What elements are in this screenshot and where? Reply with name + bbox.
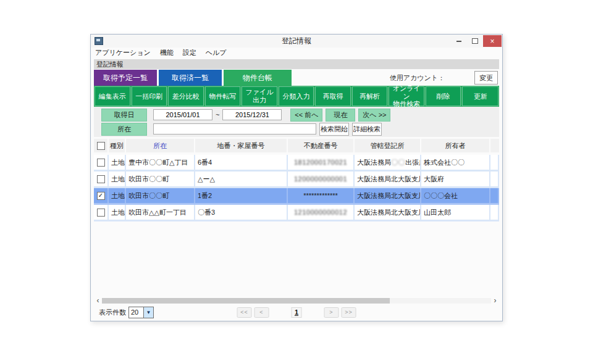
app-window: 登記情報 × アプリケーション 機能 設定 ヘルプ 登記情報 取得予定一覧 取得… <box>90 34 503 321</box>
date-to-input[interactable] <box>222 109 282 120</box>
cell-property-number: ************* <box>288 188 355 203</box>
cell-extra <box>490 205 499 220</box>
account-area: 使用アカウント： 変更 <box>390 70 499 86</box>
col-header-type[interactable]: 種別 <box>109 139 126 152</box>
page-size-select[interactable]: 20 ▼ <box>128 307 154 318</box>
current-page[interactable]: 1 <box>292 307 302 318</box>
display-count-label: 表示件数 <box>99 308 126 317</box>
bottom-bar: 表示件数 20 ▼ << < 1 > >> <box>94 305 499 320</box>
prev-period-button[interactable]: << 前へ <box>290 109 322 122</box>
last-page-button[interactable]: >> <box>342 307 356 318</box>
cell-lot-number: 1番2 <box>195 188 288 203</box>
scrollbar-track[interactable] <box>102 298 491 304</box>
location-button[interactable]: 所在 <box>101 123 147 136</box>
desktop: 登記情報 × アプリケーション 機能 設定 ヘルプ 登記情報 取得予定一覧 取得… <box>0 0 593 364</box>
cell-property-number: 1812000170021 <box>288 155 355 170</box>
first-page-button[interactable]: << <box>237 307 252 318</box>
title-bar[interactable]: 登記情報 × <box>91 35 502 48</box>
batch-print-button[interactable]: 一括印刷 <box>132 86 167 106</box>
menu-bar: アプリケーション 機能 設定 ヘルプ <box>91 48 502 58</box>
menu-application[interactable]: アプリケーション <box>95 48 151 57</box>
tab-planned-list[interactable]: 取得予定一覧 <box>94 70 157 86</box>
next-page-button[interactable]: > <box>324 307 339 318</box>
close-icon: × <box>490 37 494 46</box>
table-row[interactable]: 土地 吹田市△△町一丁目 〇番3 1210000000012 大阪法務局北大阪支… <box>94 205 499 221</box>
cell-owner: 大阪府 <box>421 172 490 186</box>
row-checkbox[interactable] <box>97 209 105 217</box>
section-title: 登記情報 <box>94 59 499 69</box>
property-copy-button[interactable]: 物件転写 <box>205 86 241 106</box>
detail-search-button[interactable]: 詳細検索 <box>352 123 382 136</box>
change-account-button[interactable]: 変更 <box>474 71 498 85</box>
select-all-cell <box>94 139 109 152</box>
pagination: << < 1 > >> <box>237 307 356 318</box>
date-range-separator: ~ <box>216 111 219 118</box>
acquired-date-row: 取得日 ~ << 前へ 現在 次へ >> <box>95 109 498 121</box>
col-header-property-number[interactable]: 不動産番号 <box>288 139 355 152</box>
update-button[interactable]: 更新 <box>462 86 498 106</box>
cell-extra <box>490 155 499 170</box>
reanalyze-button[interactable]: 再解析 <box>352 86 388 106</box>
minimize-button[interactable] <box>451 36 467 47</box>
date-from-input[interactable] <box>153 109 212 120</box>
current-period-button[interactable]: 現在 <box>326 109 355 122</box>
property-table: 種別 所在 地番・家屋番号 不動産番号 管轄登記所 所有者 土地 豊中市〇〇町△… <box>94 139 499 221</box>
delete-button[interactable]: 削除 <box>426 86 461 106</box>
cell-lot-number: 6番4 <box>195 155 288 170</box>
col-header-extra <box>490 139 499 152</box>
edit-view-button[interactable]: 編集表示 <box>95 86 130 106</box>
filter-area: 取得日 ~ << 前へ 現在 次へ >> 所在 検索開始 詳細検索 <box>94 107 499 137</box>
menu-help[interactable]: ヘルプ <box>206 48 227 57</box>
cell-location: 吹田市△△町一丁目 <box>126 205 195 220</box>
col-header-owner[interactable]: 所有者 <box>421 139 490 152</box>
acquired-date-button[interactable]: 取得日 <box>101 109 147 122</box>
row-checkbox[interactable] <box>97 175 105 183</box>
scrollbar-thumb[interactable] <box>102 298 390 304</box>
search-start-button[interactable]: 検索開始 <box>319 123 349 136</box>
menu-settings[interactable]: 設定 <box>183 48 196 57</box>
table-row[interactable]: 土地 豊中市〇〇町△丁目 6番4 1812000170021 大阪法務局〇〇出張… <box>94 155 499 172</box>
online-property-search-button[interactable]: オンライン 物件検索 <box>389 86 424 106</box>
col-header-lot-number[interactable]: 地番・家屋番号 <box>195 139 288 152</box>
category-input-button[interactable]: 分類入力 <box>279 86 314 106</box>
menu-function[interactable]: 機能 <box>160 48 174 57</box>
next-period-button[interactable]: 次へ >> <box>358 109 390 122</box>
close-button[interactable]: × <box>483 35 502 47</box>
table-body: 土地 豊中市〇〇町△丁目 6番4 1812000170021 大阪法務局〇〇出張… <box>94 155 499 221</box>
cell-type: 土地 <box>109 205 126 220</box>
maximize-icon <box>472 38 478 44</box>
cell-extra <box>490 188 499 203</box>
col-header-registry-office[interactable]: 管轄登記所 <box>355 139 421 152</box>
scroll-left-icon[interactable]: ‹ <box>94 297 102 305</box>
cell-type: 土地 <box>109 172 126 186</box>
table-row[interactable]: 土地 吹田市〇〇町 △ー△ 1200000000001 大阪法務局北大阪支局 大… <box>94 172 499 188</box>
row-checkbox[interactable]: ✓ <box>97 192 105 200</box>
h-scrollbar[interactable]: ‹ › <box>94 297 499 305</box>
row-checkbox-cell: ✓ <box>94 188 109 203</box>
select-all-checkbox[interactable] <box>97 142 105 150</box>
cell-owner: 株式会社〇〇 <box>421 155 490 170</box>
maximize-button[interactable] <box>467 36 483 47</box>
prev-page-button[interactable]: < <box>254 307 269 318</box>
tab-acquired-list[interactable]: 取得済一覧 <box>159 70 222 86</box>
file-output-button[interactable]: ファイル 出力 <box>242 86 277 106</box>
col-header-location[interactable]: 所在 <box>126 139 195 152</box>
table-row[interactable]: ✓ 土地 吹田市〇〇町 1番2 ************* 大阪法務局北大阪支局… <box>94 188 499 205</box>
cell-property-number: 1210000000012 <box>288 205 355 220</box>
toolbar: 編集表示 一括印刷 差分比較 物件転写 ファイル 出力 分類入力 再取得 再解析… <box>94 86 499 107</box>
main-content: 登記情報 取得予定一覧 取得済一覧 物件台帳 使用アカウント： 変更 編集表示 … <box>91 58 502 321</box>
reacquire-button[interactable]: 再取得 <box>315 86 351 106</box>
cell-type: 土地 <box>109 155 126 170</box>
row-checkbox-cell <box>94 155 109 170</box>
tab-property-ledger[interactable]: 物件台帳 <box>224 70 292 86</box>
row-checkbox-cell <box>94 172 109 186</box>
cell-lot-number: △ー△ <box>195 172 288 186</box>
row-checkbox[interactable] <box>97 159 105 167</box>
cell-registry-office: 大阪法務局北大阪支局 <box>355 172 421 186</box>
scroll-right-icon[interactable]: › <box>491 297 499 305</box>
chevron-down-icon[interactable]: ▼ <box>143 307 153 318</box>
cell-owner: 山田太郎 <box>421 205 490 220</box>
location-input[interactable] <box>153 123 316 134</box>
diff-compare-button[interactable]: 差分比較 <box>168 86 204 106</box>
location-row: 所在 検索開始 詳細検索 <box>95 123 498 135</box>
